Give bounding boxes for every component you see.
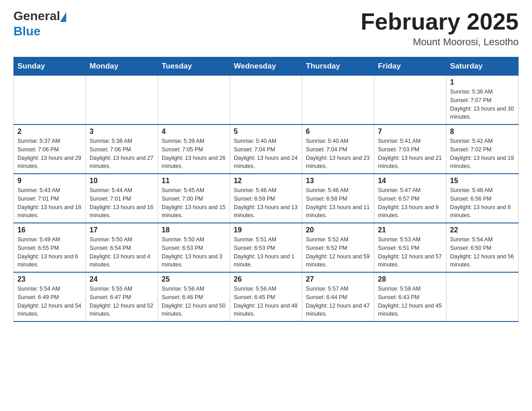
day-cell: 3Sunrise: 5:38 AM Sunset: 7:06 PM Daylig… <box>86 124 158 174</box>
day-number: 5 <box>234 128 298 136</box>
day-number: 10 <box>90 177 154 185</box>
week-row-1: 1Sunrise: 5:36 AM Sunset: 7:07 PM Daylig… <box>14 76 519 125</box>
day-cell: 10Sunrise: 5:44 AM Sunset: 7:01 PM Dayli… <box>86 174 158 223</box>
day-cell: 24Sunrise: 5:55 AM Sunset: 6:47 PM Dayli… <box>86 272 158 321</box>
day-cell <box>446 272 519 321</box>
logo-general-text: General <box>13 9 60 23</box>
day-info: Sunrise: 5:56 AM Sunset: 6:46 PM Dayligh… <box>162 285 226 318</box>
day-number: 8 <box>450 128 515 136</box>
day-number: 28 <box>378 275 442 283</box>
day-number: 7 <box>378 128 442 136</box>
title-section: February 2025 Mount Moorosi, Lesotho <box>360 9 519 48</box>
day-info: Sunrise: 5:41 AM Sunset: 7:03 PM Dayligh… <box>378 137 442 171</box>
day-number: 19 <box>234 226 298 234</box>
day-number: 16 <box>17 226 82 234</box>
day-info: Sunrise: 5:45 AM Sunset: 7:00 PM Dayligh… <box>162 186 226 220</box>
day-info: Sunrise: 5:50 AM Sunset: 6:54 PM Dayligh… <box>90 235 154 269</box>
weekday-header-saturday: Saturday <box>446 57 519 76</box>
location-subtitle: Mount Moorosi, Lesotho <box>360 36 519 48</box>
logo-blue-text: Blue <box>13 24 66 39</box>
day-cell: 14Sunrise: 5:47 AM Sunset: 6:57 PM Dayli… <box>374 174 446 223</box>
day-number: 14 <box>378 177 442 185</box>
day-number: 17 <box>90 226 154 234</box>
weekday-header-monday: Monday <box>86 57 158 76</box>
day-number: 2 <box>17 128 82 136</box>
day-number: 3 <box>90 128 154 136</box>
logo: General Blue <box>13 9 66 39</box>
day-cell: 15Sunrise: 5:48 AM Sunset: 6:56 PM Dayli… <box>446 174 519 223</box>
day-info: Sunrise: 5:40 AM Sunset: 7:04 PM Dayligh… <box>306 137 370 171</box>
day-cell <box>86 76 158 125</box>
day-cell <box>302 76 374 125</box>
day-cell <box>374 76 446 125</box>
day-info: Sunrise: 5:57 AM Sunset: 6:44 PM Dayligh… <box>306 285 370 318</box>
day-cell: 21Sunrise: 5:53 AM Sunset: 6:51 PM Dayli… <box>374 223 446 272</box>
day-info: Sunrise: 5:52 AM Sunset: 6:52 PM Dayligh… <box>306 235 370 269</box>
day-cell: 27Sunrise: 5:57 AM Sunset: 6:44 PM Dayli… <box>302 272 374 321</box>
day-cell: 6Sunrise: 5:40 AM Sunset: 7:04 PM Daylig… <box>302 124 374 174</box>
day-cell: 2Sunrise: 5:37 AM Sunset: 7:06 PM Daylig… <box>14 124 86 174</box>
day-number: 20 <box>306 226 370 234</box>
week-row-2: 2Sunrise: 5:37 AM Sunset: 7:06 PM Daylig… <box>14 124 519 174</box>
month-title: February 2025 <box>360 9 519 34</box>
day-number: 1 <box>450 78 515 86</box>
day-cell: 12Sunrise: 5:46 AM Sunset: 6:59 PM Dayli… <box>230 174 302 223</box>
day-number: 26 <box>234 275 298 283</box>
day-info: Sunrise: 5:54 AM Sunset: 6:50 PM Dayligh… <box>450 235 515 269</box>
day-info: Sunrise: 5:48 AM Sunset: 6:56 PM Dayligh… <box>450 186 515 220</box>
day-info: Sunrise: 5:44 AM Sunset: 7:01 PM Dayligh… <box>90 186 154 220</box>
day-cell: 13Sunrise: 5:46 AM Sunset: 6:58 PM Dayli… <box>302 174 374 223</box>
weekday-header-tuesday: Tuesday <box>158 57 230 76</box>
day-number: 6 <box>306 128 370 136</box>
day-cell: 8Sunrise: 5:42 AM Sunset: 7:02 PM Daylig… <box>446 124 519 174</box>
day-cell: 25Sunrise: 5:56 AM Sunset: 6:46 PM Dayli… <box>158 272 230 321</box>
day-info: Sunrise: 5:43 AM Sunset: 7:01 PM Dayligh… <box>17 186 82 220</box>
day-number: 18 <box>162 226 226 234</box>
day-info: Sunrise: 5:53 AM Sunset: 6:51 PM Dayligh… <box>378 235 442 269</box>
day-cell: 18Sunrise: 5:50 AM Sunset: 6:53 PM Dayli… <box>158 223 230 272</box>
day-cell: 26Sunrise: 5:56 AM Sunset: 6:45 PM Dayli… <box>230 272 302 321</box>
day-info: Sunrise: 5:49 AM Sunset: 6:55 PM Dayligh… <box>17 235 82 269</box>
day-cell: 5Sunrise: 5:40 AM Sunset: 7:04 PM Daylig… <box>230 124 302 174</box>
day-cell <box>14 76 86 125</box>
day-number: 25 <box>162 275 226 283</box>
day-cell: 20Sunrise: 5:52 AM Sunset: 6:52 PM Dayli… <box>302 223 374 272</box>
weekday-header-row: SundayMondayTuesdayWednesdayThursdayFrid… <box>14 57 519 76</box>
day-cell: 23Sunrise: 5:54 AM Sunset: 6:49 PM Dayli… <box>14 272 86 321</box>
day-cell: 22Sunrise: 5:54 AM Sunset: 6:50 PM Dayli… <box>446 223 519 272</box>
day-number: 13 <box>306 177 370 185</box>
day-cell: 28Sunrise: 5:58 AM Sunset: 6:43 PM Dayli… <box>374 272 446 321</box>
day-cell: 4Sunrise: 5:39 AM Sunset: 7:05 PM Daylig… <box>158 124 230 174</box>
day-cell: 7Sunrise: 5:41 AM Sunset: 7:03 PM Daylig… <box>374 124 446 174</box>
weekday-header-sunday: Sunday <box>14 57 86 76</box>
weekday-header-thursday: Thursday <box>302 57 374 76</box>
week-row-4: 16Sunrise: 5:49 AM Sunset: 6:55 PM Dayli… <box>14 223 519 272</box>
day-info: Sunrise: 5:42 AM Sunset: 7:02 PM Dayligh… <box>450 137 515 171</box>
day-info: Sunrise: 5:58 AM Sunset: 6:43 PM Dayligh… <box>378 285 442 318</box>
day-number: 9 <box>17 177 82 185</box>
day-info: Sunrise: 5:47 AM Sunset: 6:57 PM Dayligh… <box>378 186 442 220</box>
day-info: Sunrise: 5:37 AM Sunset: 7:06 PM Dayligh… <box>17 137 82 171</box>
day-number: 23 <box>17 275 82 283</box>
weekday-header-wednesday: Wednesday <box>230 57 302 76</box>
logo-triangle-icon <box>60 12 66 22</box>
week-row-3: 9Sunrise: 5:43 AM Sunset: 7:01 PM Daylig… <box>14 174 519 223</box>
day-info: Sunrise: 5:46 AM Sunset: 6:58 PM Dayligh… <box>306 186 370 220</box>
day-info: Sunrise: 5:55 AM Sunset: 6:47 PM Dayligh… <box>90 285 154 318</box>
day-number: 12 <box>234 177 298 185</box>
day-info: Sunrise: 5:46 AM Sunset: 6:59 PM Dayligh… <box>234 186 298 220</box>
day-info: Sunrise: 5:54 AM Sunset: 6:49 PM Dayligh… <box>17 285 82 318</box>
day-cell: 9Sunrise: 5:43 AM Sunset: 7:01 PM Daylig… <box>14 174 86 223</box>
day-cell: 17Sunrise: 5:50 AM Sunset: 6:54 PM Dayli… <box>86 223 158 272</box>
day-info: Sunrise: 5:50 AM Sunset: 6:53 PM Dayligh… <box>162 235 226 269</box>
day-info: Sunrise: 5:39 AM Sunset: 7:05 PM Dayligh… <box>162 137 226 171</box>
day-info: Sunrise: 5:40 AM Sunset: 7:04 PM Dayligh… <box>234 137 298 171</box>
day-info: Sunrise: 5:36 AM Sunset: 7:07 PM Dayligh… <box>450 88 515 121</box>
day-cell: 16Sunrise: 5:49 AM Sunset: 6:55 PM Dayli… <box>14 223 86 272</box>
weekday-header-friday: Friday <box>374 57 446 76</box>
day-info: Sunrise: 5:38 AM Sunset: 7:06 PM Dayligh… <box>90 137 154 171</box>
day-number: 21 <box>378 226 442 234</box>
day-cell <box>158 76 230 125</box>
day-info: Sunrise: 5:56 AM Sunset: 6:45 PM Dayligh… <box>234 285 298 318</box>
day-info: Sunrise: 5:51 AM Sunset: 6:53 PM Dayligh… <box>234 235 298 269</box>
